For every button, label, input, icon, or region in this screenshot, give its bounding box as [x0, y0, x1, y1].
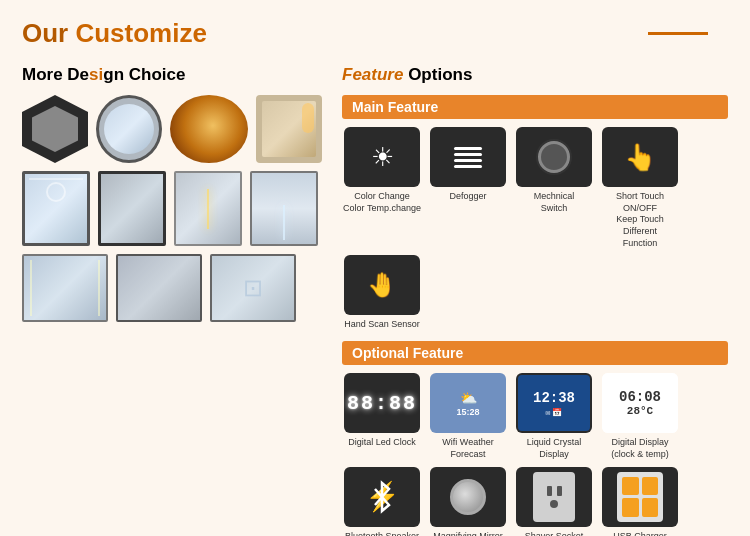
shape-row — [22, 95, 322, 163]
header-divider — [648, 32, 708, 35]
feature-item-color-change: ☀ Color ChangeColor Temp.change — [342, 127, 422, 249]
led-clock-label: Digital Led Clock — [348, 437, 416, 449]
page: Our Customize More Design Choice — [0, 0, 750, 536]
defog-lines-icon — [454, 147, 482, 168]
sun-icon: ☀ — [371, 142, 394, 173]
wide-mirror-2 — [116, 254, 202, 322]
design-grid: ⊡ — [22, 95, 322, 322]
hand-scan-icon-box: 🤚 — [344, 255, 420, 315]
feature-item-digital-display: 06:08 28°C Digital Display(clock & temp) — [600, 373, 680, 460]
usb-charger-icon — [617, 472, 663, 522]
mirror-thumb-2 — [98, 171, 166, 246]
led-clock-icon-box: 88:88 — [344, 373, 420, 433]
touch-icon-box: 👆 — [602, 127, 678, 187]
hand-scan-label: Hand Scan Sensor — [344, 319, 420, 331]
lcd-display: 12:38 ✉📅 — [518, 375, 590, 431]
usb-icon-box — [602, 467, 678, 527]
wide-mirror-3: ⊡ — [210, 254, 296, 322]
feature-item-shaver: Shaver Socket — [514, 467, 594, 537]
design-section-title: More Design Choice — [22, 65, 322, 85]
bluetooth-label: Bluetooth Speaker — [345, 531, 419, 537]
round-mirror-thumb — [96, 95, 162, 163]
optional-feature-header: Optional Feature — [342, 341, 728, 365]
page-title: Our Customize — [22, 18, 207, 49]
lcd-label: Liquid Crystal Display — [514, 437, 594, 460]
feature-item-led-clock: 88:88 Digital Led Clock — [342, 373, 422, 460]
mirror-thumb-3 — [174, 171, 242, 246]
color-change-label: Color ChangeColor Temp.change — [343, 191, 421, 214]
feature-section-title: Feature Options — [342, 65, 728, 85]
title-highlight: Customize — [75, 18, 206, 48]
mirror-thumb-1 — [22, 171, 90, 246]
digital-display-label: Digital Display(clock & temp) — [611, 437, 669, 460]
feature-item-bluetooth: ⚡ Bluetooth Speaker — [342, 467, 422, 537]
optional-feature-grid: 88:88 Digital Led Clock ⛅ 15:28 Wifi Wea… — [342, 373, 728, 460]
wide-mirror-1 — [22, 254, 108, 322]
bt-svg-icon — [368, 479, 396, 515]
led-clock-display: 88:88 — [347, 392, 417, 415]
title-prefix: Our — [22, 18, 75, 48]
main-feature-header: Main Feature — [342, 95, 728, 119]
lcd-icon-box: 12:38 ✉📅 — [516, 373, 592, 433]
shaver-label: Shaver Socket — [525, 531, 584, 537]
touch-label: Short Touch ON/OFFKeep Touch DifferentFu… — [600, 191, 680, 249]
switch-icon — [538, 141, 570, 173]
wide-mirrors-row: ⊡ — [22, 254, 322, 322]
hand-wave-icon: 🤚 — [367, 271, 397, 299]
magnifying-glass-icon — [450, 479, 486, 515]
feature-item-weather: ⛅ 15:28 Wifi Weather Forecast — [428, 373, 508, 460]
defogger-label: Defogger — [449, 191, 486, 203]
feature-item-switch: MechnicalSwitch — [514, 127, 594, 249]
hex-mirror-thumb — [22, 95, 88, 163]
digital-clock-temp: 06:08 28°C — [602, 373, 678, 433]
main-feature-section: Main Feature ☀ Color ChangeColor Temp.ch… — [342, 95, 728, 331]
mirror-thumb-4 — [250, 171, 318, 246]
color-change-icon-box: ☀ — [344, 127, 420, 187]
right-column: Feature Options Main Feature ☀ Color Cha… — [342, 65, 728, 536]
feature-item-touch: 👆 Short Touch ON/OFFKeep Touch Different… — [600, 127, 680, 249]
touch-icon: 👆 — [624, 142, 656, 173]
optional-feature-grid-2: ⚡ Bluetooth Speaker Magnifying Mirror — [342, 467, 728, 537]
magnifying-label: Magnifying Mirror — [433, 531, 503, 537]
rect-mirrors-row — [22, 171, 322, 246]
shaver-socket-icon — [533, 472, 575, 522]
feature-item-hand-scan: 🤚 Hand Scan Sensor — [342, 255, 422, 331]
feature-item-magnifying: Magnifying Mirror — [428, 467, 508, 537]
defogger-icon-box — [430, 127, 506, 187]
digital-display-icon-box: 06:08 28°C — [602, 373, 678, 433]
weather-display: ⛅ 15:28 — [456, 390, 479, 417]
weather-icon-box: ⛅ 15:28 — [430, 373, 506, 433]
usb-label: USB Charger — [613, 531, 667, 537]
left-column: More Design Choice — [22, 65, 322, 536]
weather-label: Wifi Weather Forecast — [428, 437, 508, 460]
feature-item-defogger: Defogger — [428, 127, 508, 249]
feature-item-usb: USB Charger — [600, 467, 680, 537]
main-feature-grid: ☀ Color ChangeColor Temp.change — [342, 127, 728, 331]
switch-icon-box — [516, 127, 592, 187]
optional-feature-section: Optional Feature 88:88 Digital Led Clock — [342, 341, 728, 536]
circle-light-thumb — [170, 95, 248, 163]
main-columns: More Design Choice — [22, 65, 728, 536]
rect-light-thumb — [256, 95, 322, 163]
magnifying-icon-box — [430, 467, 506, 527]
header: Our Customize — [22, 18, 728, 49]
shaver-icon-box — [516, 467, 592, 527]
bluetooth-icon-box: ⚡ — [344, 467, 420, 527]
feature-item-lcd: 12:38 ✉📅 Liquid Crystal Display — [514, 373, 594, 460]
switch-label: MechnicalSwitch — [534, 191, 575, 214]
